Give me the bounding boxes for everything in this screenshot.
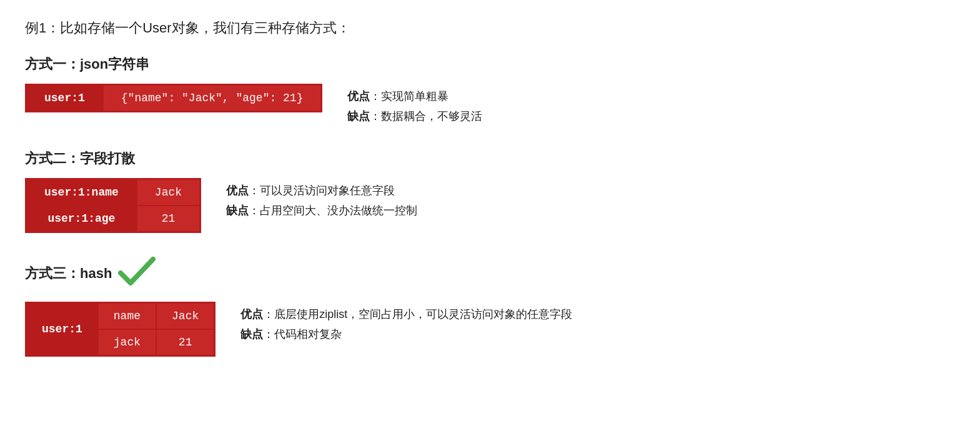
method1-notes: 优点：实现简单粗暴 缺点：数据耦合，不够灵活 bbox=[347, 84, 482, 127]
table-row: user:1:age 21 bbox=[26, 206, 200, 232]
method1-pros-text: 实现简单粗暴 bbox=[381, 90, 448, 102]
method3-key: user:1 bbox=[26, 302, 98, 355]
method3-cons-text: 代码相对复杂 bbox=[274, 328, 342, 340]
method3-pros-text: 底层使用ziplist，空间占用小，可以灵活访问对象的任意字段 bbox=[274, 308, 572, 320]
table-row: user:1 {"name": "Jack", "age": 21} bbox=[26, 85, 322, 112]
method3-cons: 缺点：代码相对复杂 bbox=[240, 324, 572, 344]
method2-pros-label: 优点 bbox=[226, 184, 249, 197]
method2-cons-text: 占用空间大、没办法做统一控制 bbox=[260, 204, 417, 217]
method3-field1: name bbox=[98, 302, 156, 329]
method3-val1: Jack bbox=[156, 302, 215, 329]
method3-pros: 优点：底层使用ziplist，空间占用小，可以灵活访问对象的任意字段 bbox=[240, 304, 572, 324]
method3-cons-label: 缺点 bbox=[240, 328, 263, 340]
checkmark-icon bbox=[118, 255, 156, 292]
method3-diagram-row: user:1 name Jack jack 21 优点：底层使用ziplist，… bbox=[25, 302, 955, 357]
method1-cons-label: 缺点 bbox=[347, 110, 370, 122]
method2-cons-label: 缺点 bbox=[226, 204, 249, 217]
method1-title: 方式一：json字符串 bbox=[25, 55, 955, 74]
method2-table: user:1:name Jack user:1:age 21 bbox=[25, 178, 201, 233]
method2-section: 方式二：字段打散 user:1:name Jack user:1:age 21 … bbox=[25, 149, 955, 233]
method3-pros-label: 优点 bbox=[240, 308, 263, 320]
method3-field2: jack bbox=[98, 329, 156, 356]
method1-diagram-row: user:1 {"name": "Jack", "age": 21} 优点：实现… bbox=[25, 84, 955, 127]
method2-pros: 优点：可以灵活访问对象任意字段 bbox=[226, 181, 417, 201]
method2-cons: 缺点：占用空间大、没办法做统一控制 bbox=[226, 201, 417, 220]
method2-notes: 优点：可以灵活访问对象任意字段 缺点：占用空间大、没办法做统一控制 bbox=[226, 178, 417, 221]
method3-notes: 优点：底层使用ziplist，空间占用小，可以灵活访问对象的任意字段 缺点：代码… bbox=[240, 302, 572, 345]
method3-table: user:1 name Jack jack 21 bbox=[25, 302, 215, 357]
method2-key1: user:1:name bbox=[26, 179, 137, 206]
method1-section: 方式一：json字符串 user:1 {"name": "Jack", "age… bbox=[25, 55, 955, 127]
method1-value: {"name": "Jack", "age": 21} bbox=[103, 85, 322, 112]
method3-title-text: 方式三：hash bbox=[25, 264, 112, 283]
method2-val2: 21 bbox=[137, 206, 200, 232]
method1-pros-label: 优点 bbox=[347, 90, 370, 102]
table-row: user:1 name Jack bbox=[26, 302, 215, 329]
method2-diagram-row: user:1:name Jack user:1:age 21 优点：可以灵活访问… bbox=[25, 178, 955, 233]
method3-title-row: 方式三：hash bbox=[25, 255, 955, 292]
method2-val1: Jack bbox=[137, 179, 200, 206]
method1-cons: 缺点：数据耦合，不够灵活 bbox=[347, 106, 482, 126]
method1-table: user:1 {"name": "Jack", "age": 21} bbox=[25, 84, 322, 112]
method2-title: 方式二：字段打散 bbox=[25, 149, 955, 168]
intro-text: 例1：比如存储一个User对象，我们有三种存储方式： bbox=[25, 19, 955, 37]
method2-pros-text: 可以灵活访问对象任意字段 bbox=[260, 184, 395, 197]
method2-key2: user:1:age bbox=[26, 206, 137, 232]
method3-val2: 21 bbox=[156, 329, 215, 356]
method3-section: 方式三：hash user:1 name Jack jack 21 优点：底层使… bbox=[25, 255, 955, 357]
method1-key: user:1 bbox=[26, 85, 103, 112]
table-row: user:1:name Jack bbox=[26, 179, 200, 206]
method1-pros: 优点：实现简单粗暴 bbox=[347, 86, 482, 106]
method1-cons-text: 数据耦合，不够灵活 bbox=[381, 110, 482, 122]
